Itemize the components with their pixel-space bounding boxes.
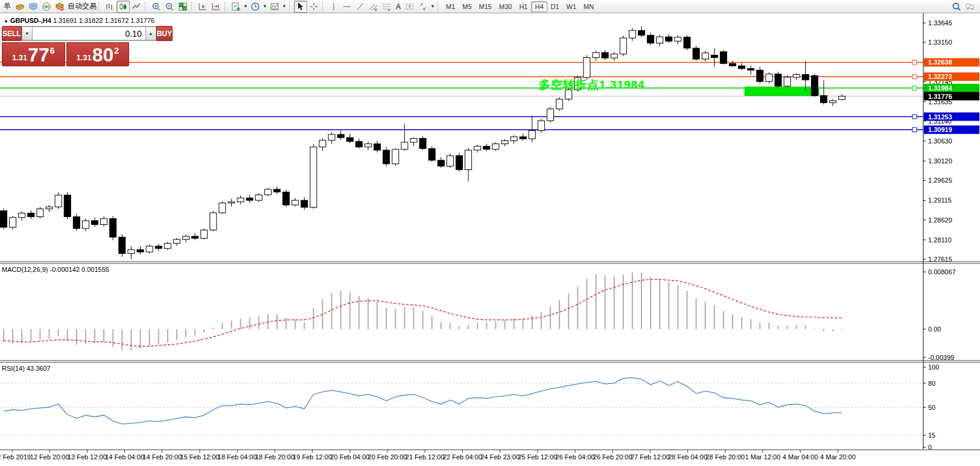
templates-button-caret[interactable]: ▼	[281, 1, 287, 13]
timeframe-button-W1[interactable]: W1	[563, 1, 581, 12]
toolbar-separator	[289, 2, 292, 11]
sell-price-point: 6	[50, 46, 55, 55]
fibonacci-tool[interactable]: F	[380, 1, 393, 13]
main-chart-pane[interactable]	[0, 27, 923, 260]
volume-dropdown-button[interactable]: ▼	[22, 27, 33, 40]
line-chart-icon[interactable]	[130, 1, 143, 13]
toolbar-separator	[322, 2, 325, 11]
timeframe-button-M1[interactable]: M1	[442, 1, 459, 12]
rsi-pane[interactable]	[0, 377, 923, 435]
crosshair-tool[interactable]	[307, 1, 320, 13]
candle-body	[438, 160, 444, 166]
sell-button[interactable]: SELL	[2, 26, 22, 41]
arrows-tool-caret[interactable]: ▼	[430, 1, 436, 13]
rsi-tick-label: 80	[928, 380, 935, 387]
candle-body	[337, 134, 344, 137]
volume-input[interactable]	[33, 27, 145, 40]
candle-body	[811, 75, 818, 95]
time-tick-label: 4 Mar 20:00	[820, 453, 856, 461]
candlestick-chart-icon[interactable]	[116, 1, 130, 13]
timeframe-button-D1[interactable]: D1	[547, 1, 563, 12]
timeframe-button-H4[interactable]: H4	[531, 1, 547, 12]
buy-price-point: 2	[114, 46, 119, 55]
chat-icon[interactable]	[963, 1, 976, 13]
price-axis[interactable]: 1.336451.331501.321451.316351.311401.306…	[923, 19, 979, 451]
trendline-tool[interactable]	[354, 1, 367, 13]
candle-body	[410, 139, 417, 143]
autotrading-button[interactable]	[53, 1, 66, 13]
candle-body	[547, 109, 554, 121]
macd-indicator-label: MACD(12,26,9) -0.000142 0.001555	[2, 266, 109, 273]
tile-windows-icon[interactable]	[176, 1, 189, 13]
search-icon[interactable]	[950, 1, 963, 13]
macd-tick-label: 0.008067	[928, 268, 956, 276]
buy-price-pips: 80	[92, 46, 114, 64]
equidistant-channel-tool[interactable]: E	[367, 1, 380, 13]
mt4-window: { "header": { "symbol": "GBPUSD-,H4", "o…	[0, 0, 980, 466]
chart-shift-icon[interactable]	[209, 1, 223, 13]
market-watch-icon[interactable]	[13, 1, 27, 13]
candle-body	[101, 219, 107, 225]
timeframe-button-M30[interactable]: M30	[495, 1, 515, 12]
templates-button[interactable]	[268, 1, 281, 13]
autotrading-button-label[interactable]: 自动交易	[68, 1, 97, 11]
collapse-panel-icon[interactable]: ▲	[4, 18, 8, 24]
sell-price-button[interactable]: 1.31 77 6	[2, 42, 65, 66]
time-tick-label: 12 Feb 20:00	[30, 453, 69, 461]
new-chart-button[interactable]	[229, 1, 243, 13]
candle-body	[155, 246, 162, 248]
time-tick-label: 28 Feb 04:00	[668, 453, 707, 461]
periodicity-button[interactable]	[249, 1, 262, 13]
new-order-icon[interactable]: 单	[1, 1, 13, 13]
time-axis[interactable]: 12 Feb 201912 Feb 20:0013 Feb 12:0014 Fe…	[0, 450, 856, 461]
candle-body	[419, 139, 426, 149]
cursor-tool[interactable]	[294, 1, 307, 13]
volume-increase-button[interactable]: ▲	[145, 27, 156, 40]
auto-scroll-icon[interactable]	[196, 1, 209, 13]
signals-icon[interactable]	[40, 1, 53, 13]
data-window-icon[interactable]	[27, 1, 40, 13]
candle-body	[529, 131, 535, 139]
text-label-tool[interactable]: T	[403, 1, 416, 13]
text-tool[interactable]: A	[393, 1, 403, 13]
arrows-tool[interactable]	[416, 1, 430, 13]
sell-price-pips: 77	[28, 46, 49, 64]
time-tick-label: 24 Feb 23:00	[480, 453, 520, 461]
new-chart-button-caret[interactable]: ▼	[243, 1, 249, 13]
price-tick-label: 1.28620	[928, 216, 952, 224]
time-tick-label: 14 Feb 04:00	[105, 453, 144, 461]
price-label-text: 1.31984	[928, 84, 953, 92]
buy-button[interactable]: BUY	[156, 26, 173, 41]
rectangle-annotation[interactable]	[745, 87, 819, 96]
timeframe-button-H1[interactable]: H1	[515, 1, 531, 12]
periodicity-button-caret[interactable]: ▼	[262, 1, 268, 13]
zoom-out-icon[interactable]	[163, 1, 176, 13]
time-tick-label: 22 Feb 04:00	[443, 453, 482, 461]
candle-body	[119, 237, 126, 253]
chart-text-annotation[interactable]: 多空转折点1.31984	[539, 77, 645, 93]
timeframe-button-M15[interactable]: M15	[476, 1, 495, 12]
candle-body	[456, 156, 463, 169]
symbol-name: GBPUSD-,H4	[10, 17, 51, 24]
chart-area[interactable]: 1.336451.331501.321451.316351.311401.306…	[0, 0, 980, 466]
buy-price-button[interactable]: 1.31 80 2	[66, 42, 130, 66]
horizontal-line-tool[interactable]	[340, 1, 354, 13]
candle-body	[355, 142, 362, 147]
time-tick-label: 25 Feb 12:00	[518, 453, 557, 461]
timeframe-button-MN[interactable]: MN	[580, 1, 597, 12]
candle-body	[739, 66, 745, 69]
time-tick-label: 1 Mar 12:00	[745, 453, 781, 461]
vertical-line-tool[interactable]	[327, 1, 340, 13]
zoom-in-icon[interactable]	[150, 1, 163, 13]
price-tick-label: 1.29625	[928, 177, 952, 184]
candle-body	[401, 142, 408, 150]
candle-body	[192, 236, 199, 238]
candle-body	[775, 74, 781, 86]
bar-chart-icon[interactable]	[103, 1, 116, 13]
timeframe-button-M5[interactable]: M5	[459, 1, 475, 12]
line-handle	[912, 86, 917, 90]
candle-body	[55, 195, 62, 207]
candle-body	[10, 218, 16, 227]
macd-pane[interactable]	[4, 272, 842, 351]
time-tick-label: 4 Mar 04:00	[783, 453, 818, 461]
